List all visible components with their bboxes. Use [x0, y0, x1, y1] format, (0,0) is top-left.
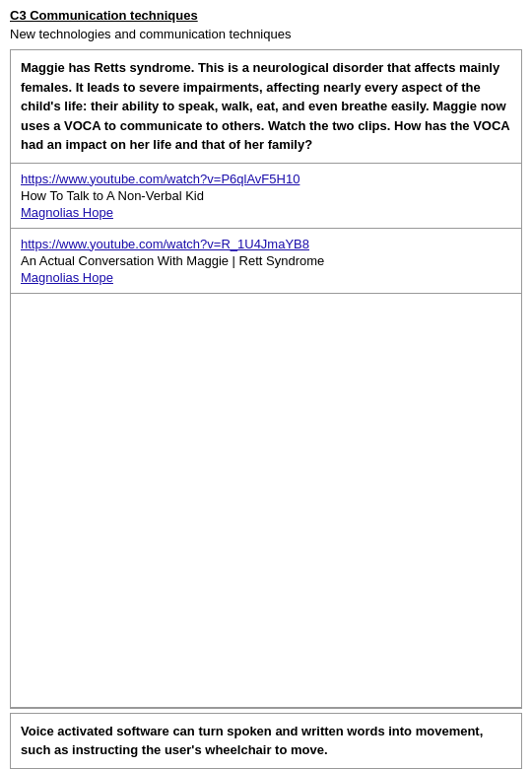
description-block: Maggie has Retts syndrome. This is a neu…: [11, 50, 521, 164]
main-box: Maggie has Retts syndrome. This is a neu…: [10, 49, 522, 709]
video-placeholder: [11, 294, 521, 708]
link-sublabel-2[interactable]: Magnolias Hope: [21, 270, 511, 285]
youtube-link-1[interactable]: https://www.youtube.com/watch?v=P6qlAvF5…: [21, 172, 511, 186]
youtube-link-2[interactable]: https://www.youtube.com/watch?v=R_1U4Jma…: [21, 237, 511, 251]
footer-text: Voice activated software can turn spoken…: [21, 724, 483, 758]
link-label-1: How To Talk to A Non-Verbal Kid: [21, 188, 511, 203]
link-label-2: An Actual Conversation With Maggie | Ret…: [21, 253, 511, 268]
link-block-1: https://www.youtube.com/watch?v=P6qlAvF5…: [11, 164, 521, 229]
footer-box: Voice activated software can turn spoken…: [10, 713, 522, 769]
subtitle: New technologies and communication techn…: [10, 27, 522, 41]
page-title: C3 Communication techniques: [10, 8, 522, 23]
link-block-2: https://www.youtube.com/watch?v=R_1U4Jma…: [11, 229, 521, 294]
link-sublabel-1[interactable]: Magnolias Hope: [21, 205, 511, 220]
description-text: Maggie has Retts syndrome. This is a neu…: [21, 60, 509, 152]
